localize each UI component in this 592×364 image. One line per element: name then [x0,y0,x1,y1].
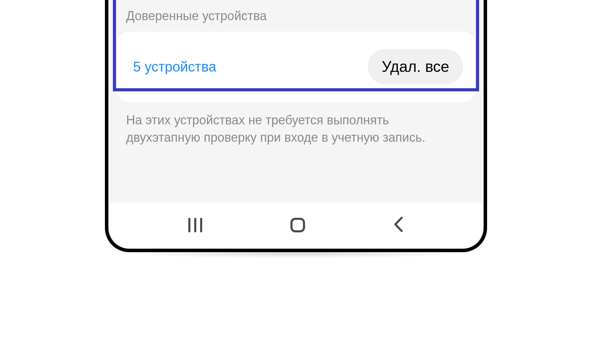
recent-apps-icon [194,218,196,232]
recent-apps-button[interactable] [188,218,202,232]
back-button[interactable] [393,216,404,234]
recent-apps-icon [200,218,202,232]
devices-count-link[interactable]: 5 устройства [133,59,216,75]
home-button[interactable] [290,218,305,232]
phone-shadow [122,248,470,258]
back-icon [393,216,404,232]
delete-all-button[interactable]: Удал. все [368,49,463,84]
phone-frame: Доверенные устройства 5 устройства Удал.… [105,0,487,252]
phone-screen: Доверенные устройства 5 устройства Удал.… [109,0,483,248]
recent-apps-icon [188,218,190,232]
trusted-devices-header: Доверенные устройства [109,0,483,32]
trusted-devices-description: На этих устройствах не требуется выполня… [109,102,483,160]
content-area: Доверенные устройства 5 устройства Удал.… [109,0,483,202]
trusted-devices-card: 5 устройства Удал. все [116,32,476,102]
phone-inner: Доверенные устройства 5 устройства Удал.… [108,0,484,249]
android-nav-bar [109,202,483,248]
